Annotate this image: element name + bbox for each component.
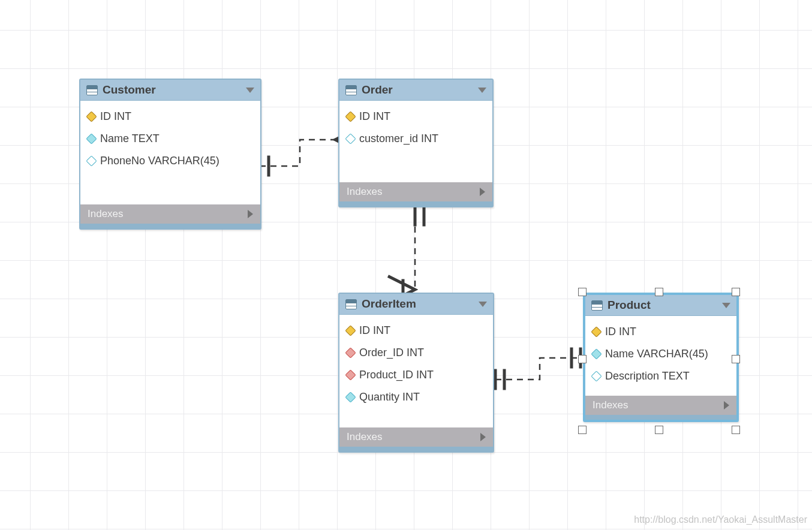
column-row[interactable]: ID INT	[80, 106, 260, 128]
key-icon	[345, 111, 356, 122]
column-label: Name VARCHAR(45)	[605, 348, 708, 360]
indexes-label: Indexes	[347, 186, 383, 198]
indexes-section[interactable]: Indexes	[585, 396, 736, 415]
column-label: ID INT	[359, 324, 390, 337]
column-row[interactable]: ID INT	[339, 320, 493, 342]
chevron-down-icon[interactable]	[478, 88, 486, 93]
table-title: OrderItem	[362, 297, 474, 311]
column-label: Name TEXT	[100, 132, 160, 145]
indexes-label: Indexes	[593, 399, 628, 411]
diamond-open-icon	[86, 155, 97, 166]
table-orderitem[interactable]: OrderItem ID INT Order_ID INT Product_ID…	[338, 293, 494, 453]
column-row[interactable]: PhoneNo VARCHAR(45)	[80, 150, 260, 172]
table-base	[585, 415, 736, 420]
column-row[interactable]: Product_ID INT	[339, 364, 493, 386]
column-row[interactable]: Order_ID INT	[339, 342, 493, 364]
diagram-canvas[interactable]: Customer ID INT Name TEXT PhoneNo VARCHA…	[0, 0, 812, 530]
indexes-section[interactable]: Indexes	[339, 427, 493, 447]
resize-handle-w[interactable]	[578, 355, 587, 363]
resize-handle-e[interactable]	[732, 355, 740, 363]
chevron-down-icon[interactable]	[479, 302, 487, 307]
chevron-down-icon[interactable]	[722, 303, 730, 308]
diamond-red-icon	[345, 347, 356, 358]
table-icon	[345, 85, 357, 95]
column-label: ID INT	[100, 110, 131, 123]
diamond-open-icon	[591, 371, 602, 381]
column-label: Quantity INT	[359, 391, 420, 403]
table-icon	[591, 300, 603, 311]
column-row[interactable]: ID INT	[339, 106, 492, 128]
resize-handle-s[interactable]	[655, 426, 663, 434]
key-icon	[591, 326, 602, 337]
table-icon	[86, 85, 98, 95]
chevron-right-icon	[480, 188, 485, 196]
table-order[interactable]: Order ID INT customer_id INT Indexes	[338, 79, 494, 207]
diamond-icon	[86, 133, 97, 144]
column-row[interactable]: Name TEXT	[80, 128, 260, 150]
column-label: Order_ID INT	[359, 347, 424, 359]
columns-list: ID INT customer_id INT	[339, 101, 492, 158]
column-label: ID INT	[359, 110, 390, 123]
column-row[interactable]: ID INT	[585, 321, 736, 343]
table-header[interactable]: Customer	[80, 80, 260, 101]
chevron-right-icon	[724, 401, 729, 409]
table-base	[339, 201, 492, 206]
table-icon	[345, 299, 357, 309]
column-row[interactable]: customer_id INT	[339, 128, 492, 150]
table-header[interactable]: Order	[339, 80, 492, 101]
chevron-down-icon[interactable]	[246, 88, 254, 93]
chevron-right-icon	[480, 433, 486, 441]
diamond-icon	[345, 392, 356, 402]
column-label: Description TEXT	[605, 370, 690, 383]
columns-list: ID INT Name TEXT PhoneNo VARCHAR(45)	[80, 101, 260, 180]
table-customer[interactable]: Customer ID INT Name TEXT PhoneNo VARCHA…	[79, 79, 261, 230]
chevron-right-icon	[248, 210, 253, 218]
column-label: Product_ID INT	[359, 369, 434, 381]
watermark-text: http://blog.csdn.net/Yaokai_AssultMaster	[634, 514, 807, 525]
diamond-red-icon	[345, 369, 356, 380]
diamond-icon	[591, 348, 602, 359]
column-label: customer_id INT	[359, 132, 438, 145]
columns-list: ID INT Name VARCHAR(45) Description TEXT	[585, 316, 736, 396]
table-title: Order	[362, 83, 473, 97]
indexes-section[interactable]: Indexes	[80, 204, 260, 224]
column-row[interactable]: Description TEXT	[585, 365, 736, 387]
table-title: Product	[608, 299, 717, 312]
resize-handle-sw[interactable]	[578, 426, 587, 434]
diamond-open-icon	[345, 133, 356, 144]
table-product[interactable]: Product ID INT Name VARCHAR(45) Descript…	[583, 293, 739, 422]
resize-handle-nw[interactable]	[578, 288, 587, 296]
resize-handle-ne[interactable]	[732, 288, 740, 296]
columns-list: ID INT Order_ID INT Product_ID INT Quant…	[339, 315, 493, 417]
resize-handle-n[interactable]	[655, 288, 663, 296]
column-label: ID INT	[605, 326, 636, 338]
key-icon	[86, 111, 97, 122]
column-row[interactable]: Name VARCHAR(45)	[585, 343, 736, 365]
indexes-label: Indexes	[347, 431, 383, 443]
table-header[interactable]: Product	[585, 295, 736, 316]
column-row[interactable]: Quantity INT	[339, 386, 493, 408]
resize-handle-se[interactable]	[732, 426, 740, 434]
table-base	[339, 447, 493, 451]
indexes-label: Indexes	[88, 208, 124, 220]
key-icon	[345, 325, 356, 336]
table-title: Customer	[103, 83, 241, 97]
table-header[interactable]: OrderItem	[339, 294, 493, 315]
table-base	[80, 224, 260, 228]
column-label: PhoneNo VARCHAR(45)	[100, 155, 219, 167]
indexes-section[interactable]: Indexes	[339, 182, 492, 201]
